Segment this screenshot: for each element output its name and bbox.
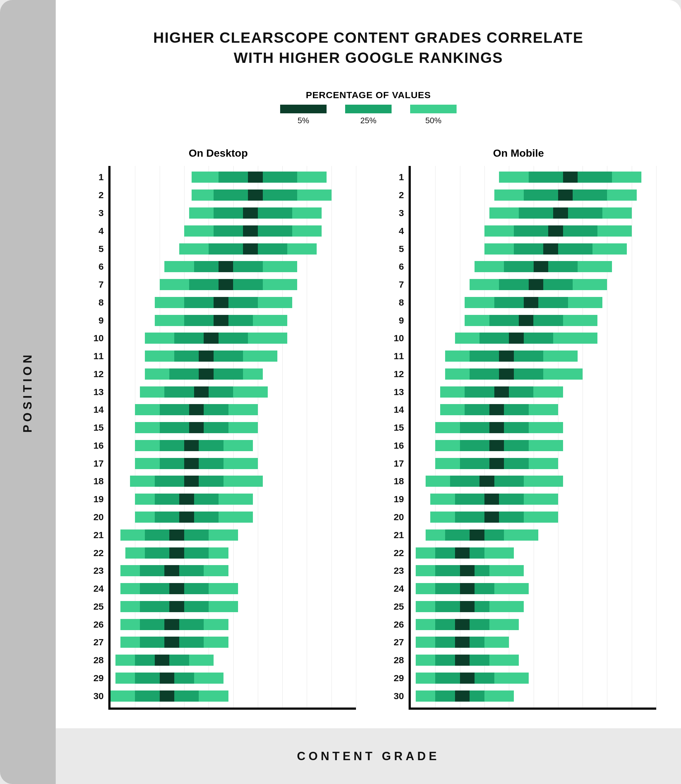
position-label: 7 [399,279,404,290]
bar-row: 12 [111,369,356,380]
bar-segment-p5 [499,369,514,380]
bar-row: 7 [411,279,656,290]
bar-segment-p5 [155,654,169,666]
position-label: 20 [394,512,404,523]
bar-row: 16 [111,440,356,451]
bar-segment-p5 [160,673,174,684]
position-label: 8 [98,297,104,308]
position-label: 12 [93,369,104,380]
bar-segment-p5 [199,369,214,380]
legend-swatch [410,105,456,113]
bar-segment-p5 [455,691,470,702]
bar-row: 25 [111,601,356,612]
bar-segment-p5 [524,297,538,308]
position-label: 5 [399,243,404,255]
bar-row: 8 [111,297,356,308]
position-label: 23 [394,565,404,576]
bar-segment-p5 [248,190,263,201]
bar-segment-p5 [243,207,258,219]
bar-rows: 1234567891011121314151617181920212223242… [111,166,356,708]
bar-row: 11 [111,350,356,362]
gridline [356,166,356,708]
bar-row: 3 [111,207,356,219]
position-label: 2 [98,190,104,201]
subchart-title: On Mobile [381,147,656,159]
position-label: 3 [98,207,104,219]
bar-segment-p5 [455,654,470,666]
bar-row: 12 [411,369,656,380]
bar-row: 8 [411,297,656,308]
position-label: 4 [399,225,404,236]
bar-segment-p5 [470,529,485,541]
legend-title: PERCENTAGE OF VALUES [306,90,431,100]
bar-row: 19 [111,494,356,505]
bar-row: 2 [111,190,356,201]
bar-segment-p5 [165,637,179,648]
title-line-1: HIGHER CLEARSCOPE CONTENT GRADES CORRELA… [153,29,583,46]
position-label: 30 [93,691,104,702]
bar-row: 11 [411,350,656,362]
bar-segment-p5 [529,279,543,290]
bar-row: 27 [411,637,656,648]
position-label: 29 [394,673,404,684]
bar-segment-p5 [204,333,219,344]
position-label: 7 [98,279,104,290]
bar-row: 20 [411,512,656,523]
position-label: 24 [93,583,104,594]
bar-row: 25 [411,601,656,612]
bar-row: 22 [411,548,656,559]
charts-row: On Desktop123456789101112131415161718192… [81,147,656,710]
bar-row: 4 [111,225,356,236]
bar-segment-p5 [489,404,504,415]
bar-segment-p5 [455,548,470,559]
bar-segment-p5 [494,386,509,398]
chart-area: 1234567891011121314151617181920212223242… [381,166,656,710]
bar-segment-p5 [160,691,174,702]
position-label: 14 [394,404,404,415]
bar-segment-p5 [169,529,184,541]
bar-segment-p5 [489,422,504,433]
plot-area: 1234567891011121314151617181920212223242… [409,166,656,710]
position-label: 20 [93,512,104,523]
bar-segment-p5 [184,475,199,487]
position-label: 11 [93,350,104,362]
bar-row: 29 [111,673,356,684]
bar-segment-p5 [243,225,258,236]
position-label: 3 [399,207,404,219]
bar-row: 16 [411,440,656,451]
bar-segment-p5 [534,261,548,272]
bar-segment-p5 [460,601,475,612]
bar-segment-p5 [169,583,184,594]
bar-segment-p5 [199,350,214,362]
bar-segment-p5 [214,315,228,326]
bar-row: 10 [111,333,356,344]
bar-row: 23 [111,565,356,576]
bar-segment-p5 [509,333,524,344]
legend-item: 5% [280,105,326,125]
bar-row: 30 [111,691,356,702]
bar-segment-p5 [563,171,578,183]
legend-label: 25% [360,116,376,125]
position-label: 30 [394,691,404,702]
bar-row: 1 [411,171,656,183]
x-axis-footer: CONTENT GRADE [56,728,681,784]
position-label: 13 [394,386,404,398]
position-label: 9 [399,315,404,326]
position-label: 29 [93,673,104,684]
bar-segment-p5 [455,637,470,648]
chart-column: On Desktop123456789101112131415161718192… [81,147,356,710]
chart-title: HIGHER CLEARSCOPE CONTENT GRADES CORRELA… [81,28,656,68]
bar-segment-p5 [194,386,209,398]
y-axis-sidebar: POSITION [0,0,56,784]
bar-segment-p5 [169,601,184,612]
position-label: 9 [98,315,104,326]
bar-row: 24 [411,583,656,594]
position-label: 21 [93,529,104,541]
position-label: 17 [394,458,404,469]
position-label: 23 [93,565,104,576]
position-label: 18 [93,475,104,487]
position-label: 10 [394,333,404,344]
bar-row: 14 [111,404,356,415]
bar-segment-p5 [219,261,233,272]
legend-swatch [280,105,326,113]
